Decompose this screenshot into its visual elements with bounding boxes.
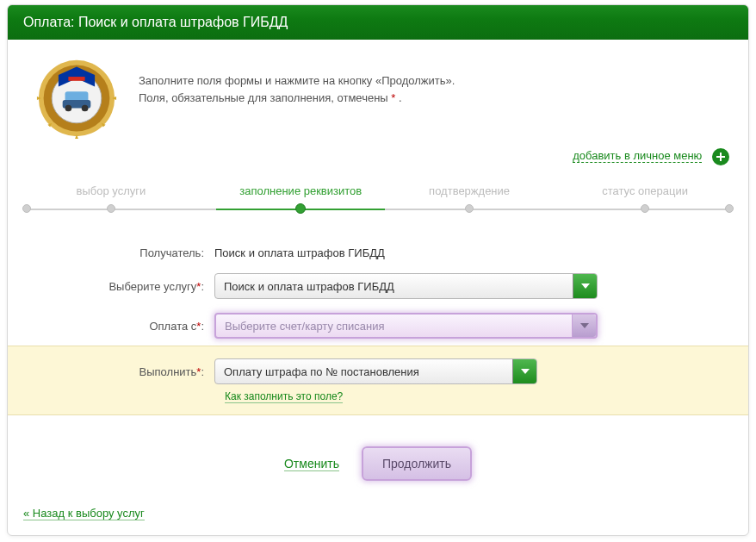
chevron-down-icon [512, 359, 536, 383]
step-dot [107, 204, 115, 213]
select-service[interactable]: Поиск и оплата штрафов ГИБДД [214, 273, 598, 299]
step-dot [295, 203, 306, 214]
intro-line1: Заполните поля формы и нажмите на кнопку… [139, 72, 455, 90]
svg-point-5 [65, 105, 72, 112]
value-recipient: Поиск и оплата штрафов ГИБДД [214, 246, 722, 259]
select-pay-from[interactable]: Выберите счет/карту списания [214, 313, 598, 339]
wizard-steps: выбор услуги заполнение реквизитов подтв… [27, 184, 729, 219]
wizard-end-dot [22, 204, 31, 213]
wizard-end-dot [725, 204, 734, 213]
wizard-step-status: статус операции [559, 184, 731, 197]
select-perform[interactable]: Оплату штрафа по № постановления [214, 358, 537, 384]
step-dot [465, 204, 474, 213]
label-pay-from: Оплата с*: [8, 320, 214, 333]
page-header: Оплата: Поиск и оплата штрафов ГИБДД [8, 5, 748, 40]
label-select-service: Выберите услугу*: [8, 280, 214, 293]
back-to-services-link[interactable]: « Назад к выбору услуг [23, 507, 145, 520]
label-recipient: Получатель: [8, 246, 214, 259]
chevron-down-icon [572, 315, 596, 337]
intro-text: Заполните поля формы и нажмите на кнопку… [118, 57, 455, 140]
svg-point-6 [82, 105, 89, 112]
wizard-step-confirm: подтверждение [383, 184, 555, 197]
wizard-step-fill-details: заполнение реквизитов [214, 184, 387, 197]
add-to-favorites-link[interactable]: добавить в личное меню [573, 149, 702, 163]
wizard-step-select-service: выбор услуги [25, 184, 197, 197]
step-dot [641, 204, 649, 213]
page-title: Оплата: Поиск и оплата штрафов ГИБДД [23, 15, 288, 29]
gibdd-badge-icon [35, 57, 118, 140]
continue-button[interactable]: Продолжить [362, 446, 472, 481]
intro-line2: Поля, обязательные для заполнения, отмеч… [139, 90, 455, 107]
help-how-to-fill-link[interactable]: Как заполнить это поле? [225, 390, 343, 403]
label-perform: Выполнить*: [8, 365, 214, 378]
plus-icon[interactable] [712, 148, 729, 165]
chevron-down-icon [573, 274, 597, 298]
select-perform-value: Оплату штрафа по № постановления [224, 365, 419, 378]
svg-rect-8 [68, 77, 84, 81]
select-service-value: Поиск и оплата штрафов ГИБДД [224, 280, 394, 293]
select-pay-from-placeholder: Выберите счет/карту списания [225, 320, 385, 333]
cancel-link[interactable]: Отменить [284, 457, 339, 471]
